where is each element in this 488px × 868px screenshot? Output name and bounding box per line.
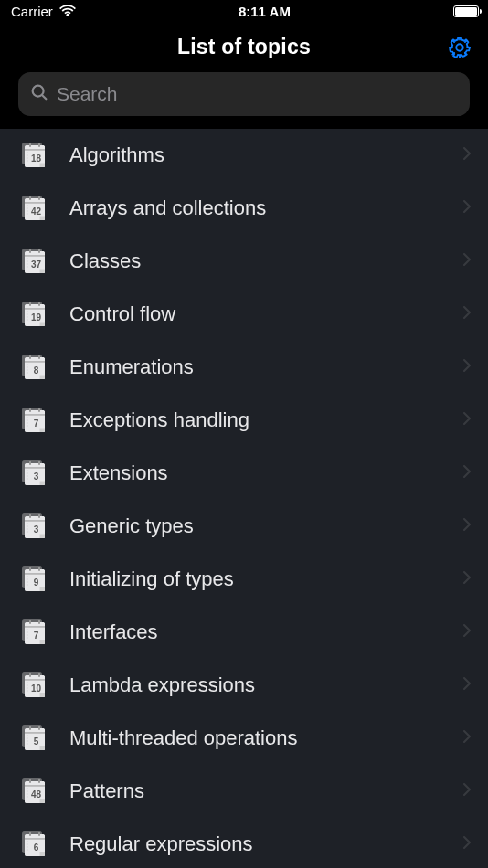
svg-rect-176 [29,567,31,571]
nav-header: List of topics [0,22,488,72]
svg-rect-36 [29,196,31,200]
topic-row[interactable]: 9 9 Initializing of types [0,553,488,606]
topic-row[interactable]: 6 6 Regular expressions [0,818,488,868]
svg-point-81 [27,319,27,320]
svg-point-38 [27,205,27,206]
topic-count-icon: 7 7 [22,407,49,434]
search-box[interactable] [18,72,470,116]
chevron-right-icon [462,782,472,800]
chevron-right-icon [462,570,472,588]
topic-count-icon: 3 3 [22,513,49,540]
svg-point-180 [27,581,27,582]
search-input[interactable] [57,83,459,105]
svg-point-40 [27,210,27,211]
svg-text:18: 18 [31,153,42,164]
topic-label: Regular expressions [69,832,442,856]
svg-point-139 [27,472,27,473]
topic-row[interactable]: 3 3 Extensions [0,447,488,500]
topic-row[interactable]: 10 10 Lambda expressions [0,659,488,712]
topic-label: Enumerations [69,355,442,379]
svg-rect-215 [25,680,45,681]
svg-point-80 [27,316,27,317]
svg-point-20 [27,157,27,158]
topic-count-icon: 7 7 [22,619,49,646]
topic-label: Patterns [69,779,442,803]
svg-rect-16 [29,143,31,147]
svg-rect-136 [29,461,31,465]
svg-rect-196 [29,620,31,624]
chevron-right-icon [462,517,472,535]
status-right [453,5,479,17]
svg-text:19: 19 [31,312,42,323]
topic-label: Algorithms [69,143,442,167]
svg-point-19 [27,154,27,155]
svg-point-18 [27,152,27,153]
svg-rect-35 [25,203,45,204]
svg-rect-56 [29,249,31,253]
topic-label: Interfaces [69,620,442,644]
status-left: Carrier [11,4,76,19]
svg-point-238 [27,735,27,736]
svg-rect-75 [25,309,45,310]
topic-row[interactable]: 7 7 Exceptions handling [0,394,488,447]
topic-label: Classes [69,249,442,273]
topic-row[interactable]: 42 42 Arrays and collections [0,182,488,235]
settings-button[interactable] [446,34,473,61]
search-icon [29,82,49,106]
topic-label: Extensions [69,461,442,485]
svg-point-120 [27,422,27,423]
svg-point-220 [27,687,27,688]
svg-rect-137 [38,461,40,465]
svg-point-60 [27,263,27,264]
svg-point-58 [27,258,27,259]
svg-rect-195 [25,627,45,628]
topic-label: Initializing of types [69,567,442,591]
svg-point-41 [27,213,27,214]
search-container [0,72,488,129]
svg-point-21 [27,160,27,161]
svg-text:6: 6 [34,842,39,852]
svg-point-178 [27,576,27,577]
svg-rect-277 [38,832,40,836]
svg-text:7: 7 [34,630,39,640]
chevron-right-icon [462,146,472,164]
chevron-right-icon [462,358,472,376]
topic-row[interactable]: 18 18 Algorithms [0,129,488,182]
svg-point-39 [27,207,27,208]
gear-icon [447,35,472,60]
svg-point-158 [27,523,27,524]
svg-point-240 [27,740,27,741]
svg-text:37: 37 [31,259,42,270]
topic-row[interactable]: 7 7 Interfaces [0,606,488,659]
svg-point-260 [27,793,27,794]
svg-rect-116 [29,408,31,412]
svg-point-218 [27,682,27,683]
svg-point-281 [27,849,27,850]
svg-point-78 [27,311,27,312]
topic-count-icon: 42 42 [22,195,49,222]
topic-row[interactable]: 5 5 Multi-threaded operations [0,712,488,765]
svg-point-221 [27,690,27,691]
svg-rect-76 [29,302,31,306]
topic-label: Exceptions handling [69,408,442,432]
topic-row[interactable]: 37 37 Classes [0,235,488,288]
svg-point-259 [27,790,27,791]
chevron-right-icon [462,199,472,217]
chevron-right-icon [462,305,472,323]
svg-rect-276 [29,832,31,836]
topic-row[interactable]: 48 48 Patterns [0,765,488,818]
svg-point-100 [27,369,27,370]
svg-point-258 [27,788,27,789]
topic-row[interactable]: 19 19 Control flow [0,288,488,341]
topic-count-icon: 3 3 [22,460,49,487]
status-time: 8:11 AM [239,4,291,19]
topic-label: Lambda expressions [69,673,442,697]
svg-point-200 [27,634,27,635]
svg-rect-197 [38,620,40,624]
topic-row[interactable]: 3 3 Generic types [0,500,488,553]
battery-icon [453,5,479,17]
svg-point-279 [27,843,27,844]
topic-row[interactable]: 8 8 Enumerations [0,341,488,394]
topic-count-icon: 37 37 [22,248,49,275]
svg-rect-117 [38,408,40,412]
